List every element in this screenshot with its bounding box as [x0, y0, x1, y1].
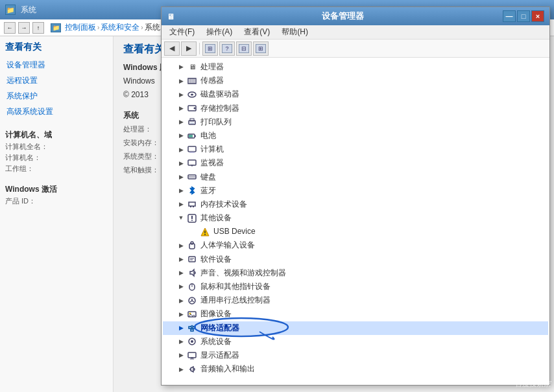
tree-item-display[interactable]: 显示适配器: [163, 349, 548, 362]
tree-item-network[interactable]: ▶ 网络适配器: [163, 321, 548, 335]
icon-bluetooth: [186, 185, 198, 196]
tree-item-system[interactable]: 系统设备: [163, 335, 548, 349]
tree-item-software[interactable]: 软件设备: [163, 253, 548, 266]
expand-audio[interactable]: [176, 364, 186, 375]
menu-file[interactable]: 文件(F): [164, 25, 200, 39]
toolbar-computer-icon: ⊞: [205, 44, 215, 53]
icon-hid: [186, 240, 198, 251]
label-memory: 内存技术设备: [200, 198, 247, 211]
label-print: 打印队列: [200, 116, 232, 128]
toolbar-minus-icon: ⊟: [239, 44, 249, 53]
tree-item-mouse[interactable]: 鼠标和其他指针设备: [163, 280, 548, 294]
tree-item-monitor[interactable]: 监视器: [163, 156, 548, 170]
expand-battery[interactable]: [176, 131, 186, 141]
tree-item-battery[interactable]: 电池: [163, 129, 548, 143]
sidebar-item-protection[interactable]: 系统保护: [5, 88, 108, 104]
tree-item-sound[interactable]: 声音、视频和游戏控制器: [163, 266, 548, 280]
expand-sound[interactable]: [176, 268, 186, 278]
menu-action[interactable]: 操作(A): [201, 25, 237, 39]
sidebar-item-device-manager[interactable]: 设备管理器: [5, 57, 108, 73]
svg-point-33: [204, 234, 206, 235]
label-audio: 音频输入和输出: [200, 363, 255, 375]
dm-tree-content[interactable]: 处理器 传感器 磁盘驱动器 存储控制器: [162, 58, 549, 385]
tree-item-audio[interactable]: 音频输入和输出: [163, 362, 548, 376]
label-sound: 声音、视频和游戏控制器: [200, 267, 286, 279]
expand-other[interactable]: [176, 213, 186, 224]
label-hid: 人体学输入设备: [200, 239, 255, 251]
label-image: 图像设备: [200, 308, 232, 320]
tree-item-storage[interactable]: 存储控制器: [163, 102, 548, 115]
menu-view[interactable]: 查看(V): [239, 25, 275, 39]
toolbar-computer[interactable]: ⊞: [202, 41, 218, 56]
toolbar-fwd[interactable]: ▶: [181, 41, 197, 56]
expand-image[interactable]: [176, 309, 186, 319]
icon-storage: [186, 103, 198, 113]
tree-item-keyboard[interactable]: 键盘: [163, 170, 548, 184]
tree-item-sensor[interactable]: 传感器: [163, 74, 548, 87]
sidebar-title: 查看有关: [5, 41, 108, 53]
toolbar-help[interactable]: ?: [219, 41, 235, 56]
tree-item-cpu[interactable]: 处理器: [163, 60, 548, 74]
menu-help[interactable]: 帮助(H): [276, 25, 313, 39]
crumb-2[interactable]: 系统和安全: [101, 22, 139, 33]
icon-image: [186, 309, 198, 319]
tree-item-memory[interactable]: 内存技术设备: [163, 198, 548, 211]
expand-disk[interactable]: [176, 89, 186, 100]
minimize-btn[interactable]: —: [503, 10, 516, 22]
tree-item-image[interactable]: 图像设备: [163, 307, 548, 321]
svg-rect-50: [191, 329, 193, 331]
expand-keyboard[interactable]: [176, 172, 186, 182]
svg-marker-39: [190, 270, 194, 276]
expand-sensor[interactable]: [176, 76, 186, 86]
tree-item-hid[interactable]: 人体学输入设备: [163, 238, 548, 252]
expand-computer[interactable]: [176, 144, 186, 155]
expand-mouse[interactable]: [176, 282, 186, 292]
tree-item-usb-ctrl[interactable]: 通用串行总线控制器: [163, 294, 548, 307]
expand-display[interactable]: [176, 351, 186, 361]
expand-cpu[interactable]: [176, 62, 186, 73]
svg-point-35: [191, 242, 193, 244]
tree-item-print[interactable]: 打印队列: [163, 115, 548, 129]
expand-usb-ctrl[interactable]: [176, 295, 186, 306]
svg-rect-10: [190, 122, 194, 124]
bg-title: 系统: [21, 5, 36, 16]
expand-system[interactable]: [176, 336, 186, 347]
watermark: 百度搜索家: [515, 379, 551, 389]
up-btn[interactable]: ↑: [32, 22, 44, 34]
close-btn[interactable]: ×: [531, 10, 544, 22]
toolbar-minus[interactable]: ⊟: [236, 41, 252, 56]
expand-memory[interactable]: [176, 199, 186, 209]
expand-storage[interactable]: [176, 103, 186, 113]
tree-item-bluetooth[interactable]: 蓝牙: [163, 184, 548, 198]
tree-item-usb[interactable]: USB Device: [163, 225, 548, 238]
expand-print[interactable]: [176, 117, 186, 127]
label-battery: 电池: [200, 130, 216, 142]
svg-rect-15: [189, 152, 195, 153]
expand-hid[interactable]: [176, 240, 186, 251]
toolbar-plus[interactable]: ⊞: [253, 41, 269, 56]
tree-item-disk[interactable]: 磁盘驱动器: [163, 87, 548, 101]
expand-bluetooth[interactable]: [176, 185, 186, 196]
back-btn[interactable]: ←: [4, 22, 16, 34]
crumb-1[interactable]: 控制面板: [65, 22, 96, 33]
icon-cpu: [186, 62, 198, 73]
expand-monitor[interactable]: [176, 158, 186, 168]
expand-software[interactable]: [176, 254, 186, 264]
dm-app-icon: 🖥: [167, 12, 182, 21]
tree-item-computer[interactable]: 计算机: [163, 143, 548, 156]
sidebar-item-remote[interactable]: 远程设置: [5, 73, 108, 88]
tree-item-other[interactable]: 其他设备: [163, 211, 548, 225]
maximize-btn[interactable]: □: [517, 10, 530, 22]
icon-network: [186, 323, 198, 333]
icon-display: [186, 351, 198, 361]
toolbar-back[interactable]: ◀: [164, 41, 180, 56]
icon-audio: [186, 364, 198, 375]
icon-software: [186, 254, 198, 264]
label-bluetooth: 蓝牙: [200, 185, 216, 197]
expand-network[interactable]: ▶: [176, 323, 186, 333]
icon-system: [186, 336, 198, 347]
label-computer: 计算机: [200, 143, 224, 156]
fwd-btn[interactable]: →: [18, 22, 30, 34]
svg-point-7: [194, 108, 196, 110]
sidebar-item-advanced[interactable]: 高级系统设置: [5, 104, 108, 119]
